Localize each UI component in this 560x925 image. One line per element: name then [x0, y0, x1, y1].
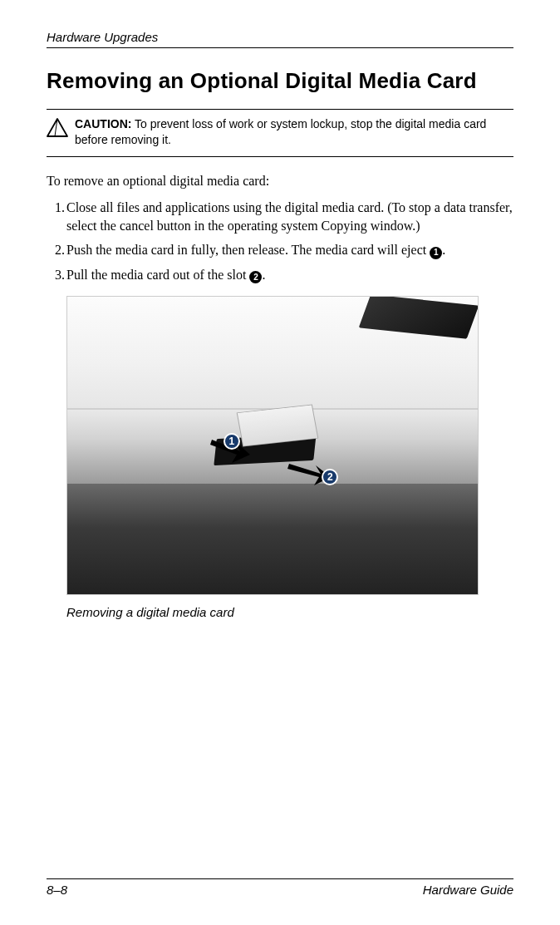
- step-2: 2. Push the media card in fully, then re…: [66, 241, 513, 259]
- step-text-b: .: [262, 268, 265, 282]
- laptop-top-surface: [67, 297, 478, 410]
- document-name: Hardware Guide: [423, 883, 513, 897]
- ordered-steps: 1. Close all files and applications usin…: [47, 199, 513, 283]
- figure-caption: Removing a digital media card: [66, 605, 513, 619]
- caution-icon: [47, 118, 68, 140]
- step-text: Close all files and applications using t…: [66, 200, 513, 233]
- section-title: Removing an Optional Digital Media Card: [47, 68, 513, 94]
- reference-marker-1: 1: [430, 247, 442, 259]
- caution-text: CAUTION: To prevent loss of work or syst…: [75, 116, 513, 148]
- caution-label: CAUTION:: [75, 117, 131, 130]
- lead-paragraph: To remove an optional digital media card…: [47, 172, 513, 190]
- step-number: 3.: [50, 266, 65, 284]
- step-number: 2.: [50, 241, 65, 259]
- keyboard-keys: [359, 296, 479, 339]
- caution-body: To prevent loss of work or system lockup…: [75, 117, 486, 146]
- step-text-a: Pull the media card out of the slot: [66, 268, 249, 282]
- figure-image: 1 2: [66, 296, 479, 595]
- step-text-b: .: [442, 243, 445, 257]
- chapter-name: Hardware Upgrades: [47, 30, 158, 44]
- step-1: 1. Close all files and applications usin…: [66, 199, 513, 234]
- reference-marker-2: 2: [249, 271, 262, 283]
- page-header: Hardware Upgrades: [47, 30, 513, 48]
- callout-1: 1: [224, 433, 240, 450]
- figure: 1 2 Removing a digital media card: [66, 296, 513, 619]
- page-footer: 8–8 Hardware Guide: [47, 878, 513, 897]
- laptop-underside: [67, 484, 478, 593]
- step-text-a: Push the media card in fully, then relea…: [66, 243, 430, 257]
- step-3: 3. Pull the media card out of the slot 2…: [66, 266, 513, 284]
- step-number: 1.: [50, 199, 65, 217]
- caution-block: CAUTION: To prevent loss of work or syst…: [47, 109, 513, 157]
- page-number: 8–8: [47, 883, 67, 897]
